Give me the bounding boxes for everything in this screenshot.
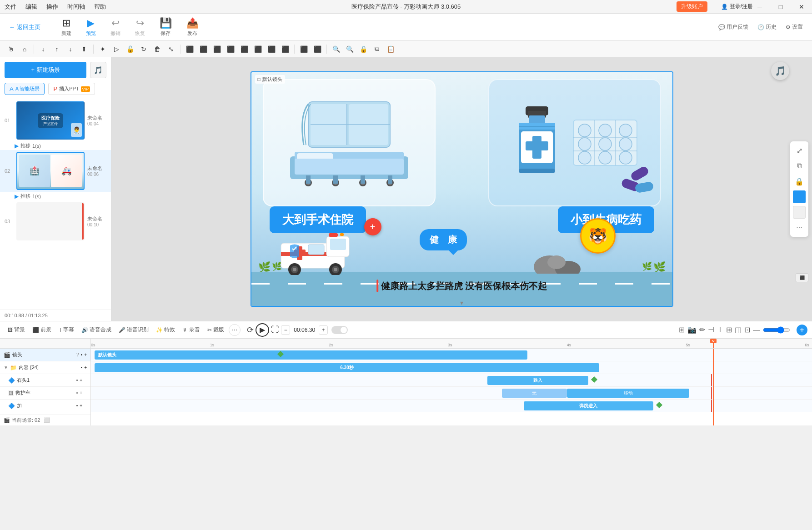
tool-align-right[interactable]: ⬛ — [211, 43, 223, 55]
pb-edit-icon[interactable]: ✏ — [699, 325, 705, 334]
tool-align-center[interactable]: ⬛ — [197, 43, 210, 55]
add-track-button[interactable]: + — [797, 325, 807, 335]
tool-home[interactable]: ⌂ — [18, 43, 31, 55]
pb-screenshot-icon[interactable]: 📷 — [687, 325, 697, 334]
tool-down[interactable]: ↓ — [64, 43, 77, 55]
save-button[interactable]: 💾 保存 — [152, 17, 179, 37]
tool-lock[interactable]: 🔓 — [124, 43, 136, 55]
rock-dot1[interactable]: • — [76, 378, 78, 383]
tool-align-left[interactable]: ⬛ — [183, 43, 196, 55]
tool-foreground[interactable]: ⬛前景 — [30, 325, 54, 335]
pb-split-icon[interactable]: ⊣ — [708, 325, 714, 334]
tool-effects[interactable]: ✨特效 — [153, 325, 178, 335]
tool-align-middle[interactable]: ⬛ — [238, 43, 251, 55]
layer-camera[interactable]: 🎬 镜头 ? • + — [0, 349, 90, 361]
win-max-button[interactable]: □ — [770, 0, 791, 14]
content-block[interactable]: 6.30秒 — [95, 363, 599, 372]
upgrade-button[interactable]: 升级账户 — [677, 1, 707, 12]
smart-scene-tab[interactable]: A A 智能场景 — [5, 83, 45, 95]
tool-more-options[interactable]: ⋯ — [229, 324, 241, 336]
back-home[interactable]: ← 返回主页 — [9, 23, 40, 31]
camera-block[interactable]: 默认镜头 — [95, 350, 527, 360]
tool-resize[interactable]: ⤡ — [165, 43, 177, 55]
tool-dist-h[interactable]: ⬛ — [265, 43, 278, 55]
playhead-line[interactable] — [713, 349, 714, 425]
layer-question[interactable]: ? — [76, 352, 79, 357]
plus-dot1[interactable]: • — [76, 403, 78, 408]
zoom-plus[interactable]: + — [319, 325, 328, 335]
tool-download[interactable]: ↓ — [37, 43, 50, 55]
menu-operate[interactable]: 操作 — [46, 3, 58, 11]
canvas-tool-copy[interactable]: ⧉ — [793, 160, 806, 172]
canvas-tool-lock-2[interactable]: 🔒 — [793, 175, 806, 188]
rock-dot2[interactable]: + — [80, 378, 82, 383]
tool-flip-v[interactable]: ⬛ — [311, 43, 324, 55]
win-min-button[interactable]: ─ — [749, 0, 770, 14]
scene-item-3[interactable]: 03 未命名 00:10 — [0, 200, 111, 242]
rock-block[interactable]: 跌入 — [487, 376, 588, 385]
tool-background[interactable]: 🖼背景 — [5, 325, 28, 335]
layer-rock[interactable]: 🔷 石头1 • + — [0, 374, 90, 387]
pb-speed-icon[interactable]: ⊡ — [744, 325, 750, 334]
content-expand-icon[interactable]: ▼ — [4, 365, 8, 370]
menu-file[interactable]: 文件 — [5, 3, 16, 11]
pb-crop-icon[interactable]: ⊞ — [679, 325, 685, 334]
login-area[interactable]: 👤 登录/注册 — [721, 3, 753, 10]
tool-dist-v[interactable]: ⬛ — [279, 43, 291, 55]
tool-cursor[interactable]: 🖱 — [5, 43, 17, 55]
plus-keyframe[interactable] — [656, 401, 662, 408]
tool-zoom-in[interactable]: 🔍 — [330, 43, 342, 55]
scene-thumb-2[interactable]: 🏥 🚑 — [16, 152, 85, 190]
pb-multi-icon[interactable]: ⊞ — [726, 325, 732, 334]
scene-thumb-1[interactable]: 医疗保险 产品宣传 👨‍⚕️ — [16, 101, 85, 140]
pb-volume-slider[interactable] — [763, 327, 790, 333]
canvas-tool-bottom-right[interactable]: ⬛ — [796, 273, 808, 282]
tool-flip-h[interactable]: ⬛ — [297, 43, 310, 55]
publish-button[interactable]: 📤 发布 — [179, 17, 206, 37]
layer-plus[interactable]: 🔷 加 • + — [0, 400, 90, 412]
insert-ppt-tab[interactable]: P 插入PPT VIP — [48, 83, 95, 95]
canvas[interactable]: □ 默认镜头 — [251, 71, 673, 307]
tool-zoom-out[interactable]: 🔍 — [343, 43, 356, 55]
undo-button[interactable]: ↩ 撤销 — [103, 17, 128, 37]
content-dot1[interactable]: • — [81, 365, 83, 370]
playback-rewind[interactable]: ⟳ — [247, 325, 254, 335]
transition-1[interactable]: ▶ 推移 1(s) — [0, 141, 111, 150]
new-scene-button[interactable]: + 新建场景 — [5, 62, 86, 78]
menu-help[interactable]: 帮助 — [94, 3, 106, 11]
plus-dot2[interactable]: + — [80, 403, 82, 408]
tool-tts[interactable]: 🔊语音合成 — [79, 325, 114, 335]
win-close-button[interactable]: ✕ — [791, 0, 812, 14]
scene-thumb-3[interactable] — [16, 202, 85, 240]
scene-export-icon[interactable]: ⬜ — [44, 417, 50, 423]
canvas-tool-white-box[interactable] — [793, 206, 806, 219]
ambulance-dot2[interactable]: + — [80, 390, 82, 395]
plus-block[interactable]: 弹跳进入 — [524, 401, 653, 410]
ambulance-block-2[interactable]: 移动 — [567, 389, 690, 398]
canvas-tool-more[interactable]: ··· — [793, 221, 806, 234]
layer-dot2[interactable]: + — [84, 352, 87, 357]
toggle-switch[interactable] — [331, 326, 348, 334]
redo-button[interactable]: ↪ 恢复 — [128, 17, 152, 37]
playback-play[interactable]: ▶ — [256, 323, 269, 337]
zoom-minus[interactable]: − — [281, 325, 290, 335]
music-button[interactable]: 🎵 — [90, 62, 106, 78]
content-dot2[interactable]: + — [84, 365, 87, 370]
canvas-tool-blue-box[interactable] — [793, 190, 806, 203]
layer-dot1[interactable]: • — [81, 352, 83, 357]
tool-play[interactable]: ▷ — [110, 43, 123, 55]
transition-2[interactable]: ▶ 推移 1(s) — [0, 192, 111, 200]
pb-volume-icon[interactable]: — — [753, 326, 760, 334]
tool-record[interactable]: 🎙录音 — [180, 325, 203, 335]
tool-align-bottom[interactable]: ⬛ — [251, 43, 264, 55]
tool-rotate[interactable]: ↻ — [137, 43, 150, 55]
tool-delete[interactable]: 🗑 — [151, 43, 164, 55]
music-note-button[interactable]: 🎵 — [771, 62, 789, 80]
tool-subtitle[interactable]: T字幕 — [56, 325, 77, 335]
history-link[interactable]: 🕐 历史 — [757, 23, 777, 31]
layer-ambulance[interactable]: 🖼 救护车 • + — [0, 387, 90, 400]
tool-copy[interactable]: ⧉ — [371, 43, 383, 55]
tool-align-top[interactable]: ⬛ — [224, 43, 237, 55]
playhead-top[interactable]: V — [713, 339, 714, 348]
tool-crop[interactable]: ✂裁版 — [205, 325, 227, 335]
